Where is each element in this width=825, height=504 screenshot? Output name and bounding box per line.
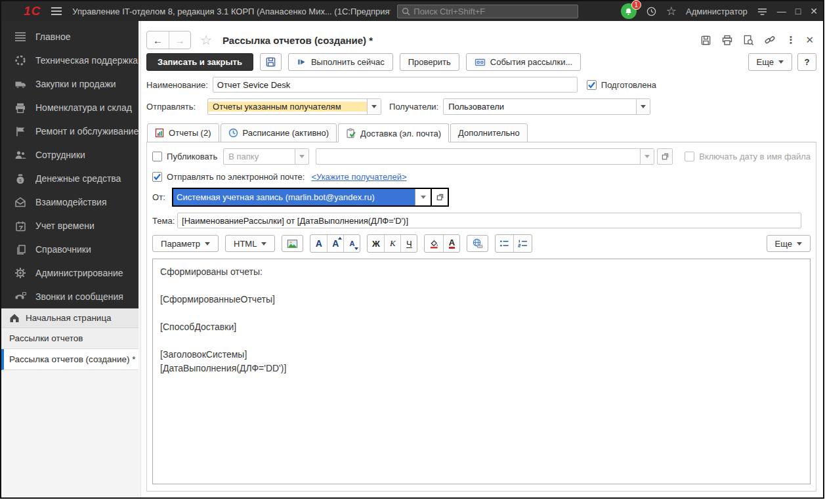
service-menu-icon[interactable] [757,7,768,16]
tab-reports[interactable]: Отчеты (2) [147,123,219,142]
sidebar-item-label: Главное [35,32,71,42]
sidebar-item-calls[interactable]: Звонки и сообщения [1,285,138,308]
sidebar-item-home[interactable]: Начальная страница [1,308,138,328]
run-now-button[interactable]: Выполнить сейчас [288,53,393,71]
help-button[interactable]: ? [797,53,816,71]
chevron-down-icon [645,155,650,158]
sidebar-item-stock[interactable]: Номенклатура и склад [1,96,138,119]
sidebar-item-purchases[interactable]: Закупки и продажи [1,72,138,96]
font-decrease-button[interactable]: А [343,235,360,252]
font-increase-button[interactable]: А [327,235,343,252]
font-button[interactable]: А [310,235,327,252]
editor-line: [ЗаголовокСистемы] [160,348,803,362]
date-in-filename-checkbox[interactable] [685,152,694,161]
favorites-star-icon[interactable]: ☆ [666,4,677,18]
font-group: А А А [310,234,360,253]
html-mode-button[interactable]: HTML [225,235,275,252]
parameter-button[interactable]: Параметр [152,235,219,252]
print-icon[interactable] [721,35,733,46]
publish-label: Публиковать [167,152,217,161]
preview-icon[interactable] [743,35,754,46]
insert-link-button[interactable] [467,235,488,252]
sidebar-item-employees[interactable]: Сотрудники [1,143,138,167]
save-and-close-button[interactable]: Записать и закрыть [146,53,253,71]
dropdown-button[interactable] [367,99,381,114]
current-user[interactable]: Администратор [686,7,748,16]
more-button[interactable]: Еще [748,53,792,71]
back-button[interactable]: ← [147,32,169,49]
publish-folder-combo[interactable]: В папку [223,148,309,165]
name-label: Наименование: [146,80,208,90]
bold-button[interactable]: Ж [368,235,384,252]
more-dots-icon[interactable]: ⋮ [786,34,795,46]
dropdown-button[interactable] [636,99,650,114]
dropdown-button[interactable] [295,149,308,164]
close-window-button[interactable]: ✕ [810,6,818,16]
sidebar-item-administration[interactable]: Администрирование [1,261,138,285]
minimize-button[interactable]: — [777,6,786,16]
fill-color-button[interactable] [425,235,443,252]
chevron-down-icon [641,105,646,108]
main-menu-icon[interactable] [51,7,62,15]
mailing-events-button[interactable]: События рассылки... [466,53,581,71]
italic-button[interactable]: К [384,235,400,252]
sidebar-item-repair[interactable]: Ремонт и обслуживание [1,119,138,143]
numbered-list-button[interactable] [513,235,532,252]
chevron-down-icon [421,196,426,199]
name-input[interactable] [213,77,578,93]
prepared-checkbox[interactable] [587,80,597,90]
close-form-icon[interactable]: ✕ [805,34,814,46]
global-search[interactable] [397,5,578,18]
name-row: Наименование: Подготовлена [146,77,816,93]
clock-icon [228,128,238,138]
sidebar-item-interactions[interactable]: Взаимодействия [1,190,138,214]
editor-more-button[interactable]: Еще [767,235,811,252]
underline-button[interactable]: Ч [400,235,417,252]
sidebar-item-money[interactable]: s Денежные средства [1,167,138,190]
events-icon [475,58,486,67]
tab-schedule[interactable]: Расписание (активно) [221,123,337,142]
specify-recipients-link[interactable]: <Укажите получателей> [311,172,406,182]
get-link-icon[interactable] [764,34,776,46]
numbered-list-icon [518,239,528,248]
recipients-combo[interactable]: Пользователи [443,98,650,115]
sidebar-item-report-mailings[interactable]: Рассылки отчетов [1,328,138,349]
sidebar-item-catalogs[interactable]: Справочники [1,238,138,261]
save-icon[interactable] [700,35,711,46]
send-mode-combo[interactable]: Отчеты указанным получателям [207,98,381,115]
sidebar-item-main[interactable]: Главное [1,25,138,49]
forward-button[interactable]: → [169,32,190,49]
sidebar-item-support[interactable]: Техническая поддержка [1,49,138,72]
open-button[interactable] [431,189,448,205]
insert-image-button[interactable] [282,235,303,252]
bullet-list-button[interactable] [496,235,513,252]
increase-icon [338,237,342,240]
favorite-star-icon[interactable]: ☆ [200,32,212,48]
sidebar-item-label: Справочники [35,244,91,255]
from-account-field[interactable]: Системная учетная запись (marlin.bot@yan… [172,188,449,207]
dropdown-button[interactable] [640,149,654,164]
text-color-button[interactable]: А [443,235,459,252]
sidebar-item-timetracking[interactable]: Учет времени [1,214,138,238]
history-icon[interactable] [646,6,657,17]
main-area: ← → ☆ Рассылка отчетов (создание) * ⋮ ✕ … [141,21,823,497]
publish-target-combo[interactable] [316,148,654,165]
publish-checkbox[interactable] [152,152,162,161]
sidebar-item-label: Номенклатура и склад [35,102,132,113]
maximize-button[interactable]: □ [795,6,801,16]
email-body-editor[interactable]: Сформированы отчеты: [СформированныеОтче… [152,259,811,484]
dropdown-button[interactable] [415,189,431,205]
tab-delivery[interactable]: Доставка (эл. почта) [338,123,449,142]
phone-icon [14,291,27,303]
search-input[interactable] [413,7,574,16]
open-button[interactable] [657,148,673,165]
sidebar-item-report-mailing-new[interactable]: Рассылка отчетов (создание) * [1,349,138,370]
tab-additional[interactable]: Дополнительно [450,123,528,142]
save-button[interactable] [260,53,282,71]
notifications-bell-icon[interactable]: 1 [621,3,637,19]
subject-input[interactable] [177,213,801,228]
check-button[interactable]: Проверить [400,53,459,71]
titlebar: 1С Управление IT-отделом 8, редакция 3.1… [1,1,823,21]
send-by-email-checkbox[interactable] [152,172,162,182]
from-account-value[interactable]: Системная учетная запись (marlin.bot@yan… [173,189,415,205]
